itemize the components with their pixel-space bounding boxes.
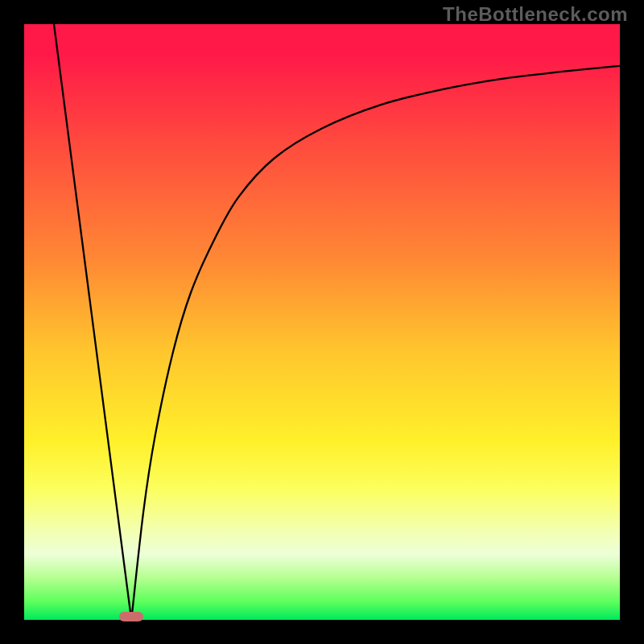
bottleneck-marker [119,612,143,621]
curve-layer [24,24,620,620]
plot-area [24,24,620,620]
watermark-text: TheBottleneck.com [443,3,628,26]
right-curve [131,66,620,620]
chart-frame: TheBottleneck.com [0,0,644,644]
left-line [54,24,131,620]
